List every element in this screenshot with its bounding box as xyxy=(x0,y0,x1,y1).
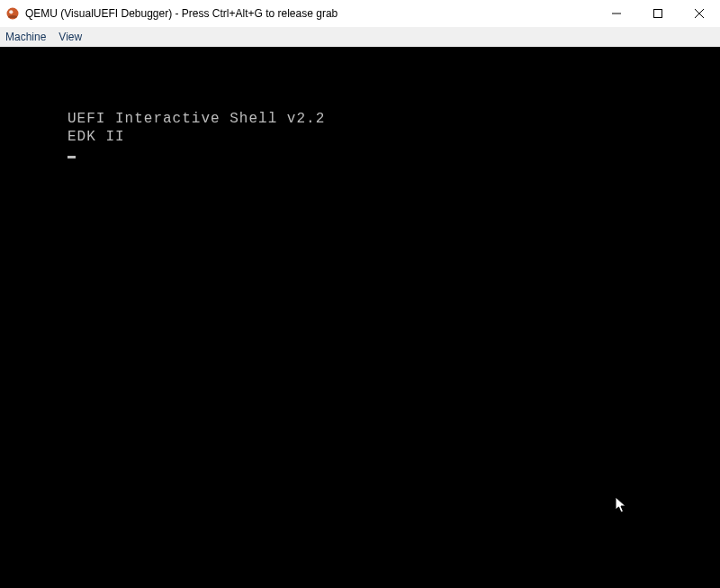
titlebar: QEMU (VisualUEFI Debugger) - Press Ctrl+… xyxy=(0,0,720,27)
menu-view[interactable]: View xyxy=(58,31,82,43)
svg-point-2 xyxy=(8,15,17,18)
maximize-button[interactable] xyxy=(637,0,679,27)
close-button[interactable] xyxy=(679,0,720,27)
menu-machine[interactable]: Machine xyxy=(5,31,46,43)
svg-point-1 xyxy=(9,10,13,14)
window-controls xyxy=(596,0,720,27)
terminal-cursor xyxy=(68,156,76,158)
terminal-line: EDK II xyxy=(68,129,125,145)
terminal-output: UEFI Interactive Shell v2.2 EDK II xyxy=(0,47,720,588)
app-icon xyxy=(5,6,20,21)
svg-rect-4 xyxy=(654,10,662,18)
window-title: QEMU (VisualUEFI Debugger) - Press Ctrl+… xyxy=(25,7,338,20)
terminal-line: UEFI Interactive Shell v2.2 xyxy=(68,111,325,127)
minimize-button[interactable] xyxy=(596,0,637,27)
menubar: Machine View xyxy=(0,27,720,47)
